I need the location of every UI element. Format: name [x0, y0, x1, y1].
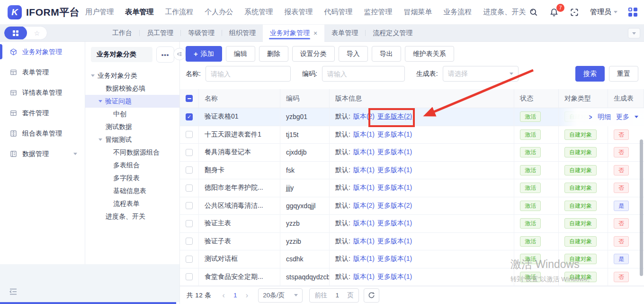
column-header-type[interactable]: 对象类型	[559, 89, 608, 108]
sidebar-item[interactable]: 详情表单管理	[0, 83, 85, 103]
version-link[interactable]: 版本(1)	[353, 273, 375, 281]
collapse-sidebar-icon[interactable]	[9, 287, 18, 296]
topnav-item[interactable]: 表单管理	[125, 8, 153, 17]
refresh-button[interactable]	[364, 288, 379, 303]
topnav-item[interactable]: 报表管理	[284, 8, 313, 17]
topnav-item[interactable]: 冒烟菜单	[403, 8, 432, 17]
vertical-scrollbar[interactable]	[640, 139, 643, 276]
tree-node[interactable]: 基础信息表	[85, 184, 179, 197]
table-row[interactable]: 餐具消毒登记本cjxddjb默认:版本(1)更多版本(1)激活自建对象否	[180, 144, 644, 162]
delete-button[interactable]: 删除	[259, 46, 288, 62]
tab-item[interactable]: 流程定义管理	[366, 25, 420, 42]
more-versions-link[interactable]: 更多版本(1)	[377, 130, 412, 139]
table-row[interactable]: 测试对话框csdhk默认:版本(1)更多版本(1)激活自建对象是	[180, 250, 644, 268]
topnav-item[interactable]: 代码管理	[324, 8, 352, 17]
more-versions-link[interactable]: 更多版本(1)	[377, 255, 412, 263]
version-link[interactable]: 版本(1)	[353, 130, 375, 139]
tab-item[interactable]: 表单管理	[324, 25, 365, 42]
tab-close-icon[interactable]: ×	[313, 30, 317, 37]
name-filter-input[interactable]	[206, 66, 291, 82]
tab-item[interactable]: 工作台	[105, 25, 139, 42]
row-checkbox[interactable]	[186, 131, 193, 138]
set-category-button[interactable]: 设置分类	[292, 46, 335, 62]
table-row[interactable]: 验证主表yzzb默认:版本(1)更多版本(1)激活自建对象否	[180, 215, 644, 233]
apps-button[interactable]	[4, 26, 27, 40]
tree-node[interactable]: 多表组合	[85, 159, 179, 172]
tree-node[interactable]: 数据校验必填	[85, 82, 179, 95]
tree-node[interactable]: 测试数据	[85, 120, 179, 133]
table-row[interactable]: 食堂食品安全定期...stspaqdqydzcb默认:版本(1)更多版本(1)激…	[180, 268, 644, 286]
column-header-status[interactable]: 状态	[514, 89, 559, 108]
notification-bell-icon[interactable]: 7	[549, 8, 559, 17]
topnav-item[interactable]: 业务流程	[443, 8, 472, 17]
import-button[interactable]: 导入	[339, 46, 368, 62]
version-link[interactable]: 版本(1)	[353, 148, 375, 157]
tab-item[interactable]: 业务对象管理×	[263, 25, 324, 42]
table-row[interactable]: 德阳市老年养护院...jjjy默认:版本(1)更多版本(1)激活自建对象否	[180, 179, 644, 197]
version-link[interactable]: 版本(1)	[353, 184, 375, 192]
topnav-item[interactable]: 进度条、开关	[483, 8, 526, 17]
tree-node[interactable]: 中创	[85, 108, 179, 120]
version-link[interactable]: 版本(1)	[353, 237, 375, 246]
table-row[interactable]: ✓验证表格01yzbg01默认:版本(2)更多版本(2)激活自建对象>明细更多	[180, 108, 644, 126]
row-checkbox[interactable]	[186, 202, 193, 209]
more-versions-link[interactable]: 更多版本(1)	[377, 273, 412, 281]
table-row[interactable]: 十五天跟进表套件1tj15t默认:版本(1)更多版本(1)激活自建对象否	[180, 126, 644, 144]
row-checkbox[interactable]	[186, 238, 193, 245]
add-button[interactable]: +添加	[186, 46, 222, 62]
version-link[interactable]: 版本(1)	[353, 255, 375, 263]
row-checkbox[interactable]	[186, 256, 193, 263]
sidebar-item[interactable]: 组合表单管理	[0, 123, 85, 144]
panel-collapse-button[interactable]	[173, 48, 186, 60]
sidebar-item[interactable]: 套件管理	[0, 103, 85, 123]
more-versions-link[interactable]: 更多版本(2)	[377, 112, 412, 121]
tab-overflow-button[interactable]	[628, 28, 640, 38]
next-page-button[interactable]: ›	[242, 291, 252, 300]
tab-item[interactable]: 等级管理	[181, 25, 222, 42]
column-header-code[interactable]: 编码	[280, 89, 330, 108]
tree-more-button[interactable]: •••	[156, 46, 174, 63]
search-button[interactable]: 搜索	[575, 66, 605, 82]
topnav-item[interactable]: 工作流程	[165, 8, 193, 17]
goto-page-input[interactable]	[331, 292, 343, 299]
tree-node[interactable]: 冒烟测试	[85, 133, 179, 146]
edit-button[interactable]: 编辑	[226, 46, 255, 62]
tab-item[interactable]: 组织管理	[222, 25, 263, 42]
more-versions-link[interactable]: 更多版本(1)	[377, 148, 412, 157]
maintain-relations-button[interactable]: 维护表关系	[405, 46, 454, 62]
tree-node[interactable]: 业务对象分类	[85, 69, 179, 82]
gen-table-select[interactable]: 请选择	[443, 66, 519, 82]
version-link[interactable]: 版本(2)	[353, 112, 375, 121]
topnav-item[interactable]: 系统管理	[244, 8, 273, 17]
row-checkbox[interactable]	[186, 184, 193, 192]
table-row[interactable]: 翻身卡fsk默认:版本(1)更多版本(1)激活自建对象否	[180, 162, 644, 180]
topnav-item[interactable]: 个人办公	[205, 8, 233, 17]
apps-grid-icon[interactable]	[628, 8, 637, 17]
search-icon[interactable]	[529, 8, 538, 17]
page-size-select[interactable]: 20条/页	[258, 288, 303, 303]
current-page[interactable]: 1	[229, 292, 242, 299]
table-row[interactable]: 验证子表yzzib默认:版本(1)更多版本(1)激活自建对象否	[180, 233, 644, 251]
user-menu[interactable]: 管理员	[590, 8, 617, 17]
row-checkbox[interactable]	[186, 220, 193, 227]
more-versions-link[interactable]: 更多版本(1)	[377, 166, 412, 175]
export-button[interactable]: 导出	[372, 46, 401, 62]
table-row[interactable]: 公共区域消毒清洁...ggqyxdqjjl默认:版本(2)更多版本(2)激活自建…	[180, 197, 644, 215]
code-filter-input[interactable]	[322, 66, 405, 82]
tree-node[interactable]: 验证问题	[85, 95, 179, 108]
more-versions-link[interactable]: 更多版本(1)	[377, 237, 412, 246]
sidebar-item[interactable]: 数据管理	[0, 144, 85, 164]
tree-node[interactable]: 流程表单	[85, 197, 179, 210]
row-checkbox[interactable]	[186, 273, 193, 280]
column-header-generated[interactable]: 生成表	[608, 89, 644, 108]
reset-button[interactable]: 重置	[609, 66, 638, 82]
sidebar-item[interactable]: 业务对象管理	[0, 42, 85, 62]
tree-node[interactable]: 不同数据源组合	[85, 146, 179, 159]
tab-item[interactable]: 员工管理	[140, 25, 180, 42]
row-checkbox[interactable]	[186, 166, 193, 174]
version-link[interactable]: 版本(2)	[353, 202, 375, 210]
tree-node[interactable]: 进度条、开关	[85, 210, 179, 223]
topnav-item[interactable]: 用户管理	[85, 8, 114, 17]
topnav-item[interactable]: 监控管理	[364, 8, 392, 17]
more-action[interactable]: 更多	[616, 113, 629, 121]
